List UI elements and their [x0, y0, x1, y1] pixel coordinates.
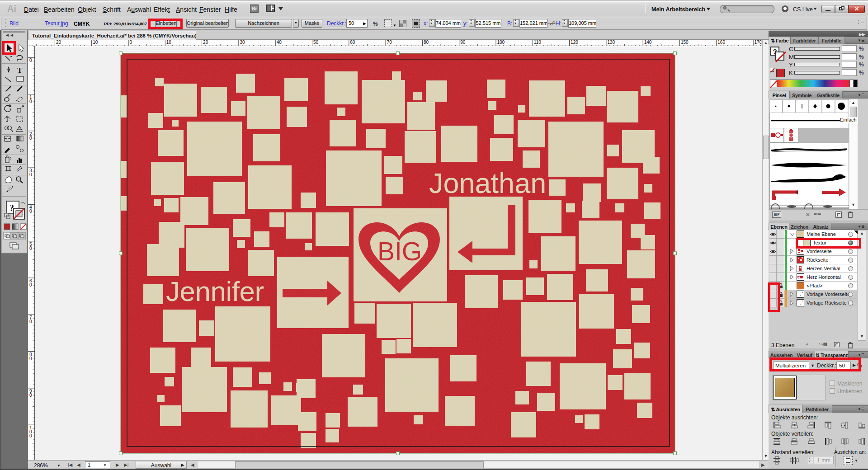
svg-text:0: 0 — [29, 209, 32, 214]
svg-text:10: 10 — [93, 40, 98, 45]
svg-text:0: 0 — [130, 40, 132, 45]
svg-text:90: 90 — [460, 40, 466, 45]
svg-text:0: 0 — [29, 136, 32, 141]
svg-text:20: 20 — [56, 40, 61, 45]
svg-text:100: 100 — [497, 40, 505, 45]
svg-text:60: 60 — [350, 40, 355, 45]
svg-text:160: 160 — [717, 40, 725, 45]
svg-text:70: 70 — [387, 40, 392, 45]
svg-text:120: 120 — [571, 40, 578, 45]
svg-text:0: 0 — [29, 433, 32, 438]
svg-text:10: 10 — [166, 40, 172, 45]
svg-text:0: 0 — [29, 319, 32, 324]
svg-text:50: 50 — [313, 40, 319, 45]
svg-text:110: 110 — [534, 40, 541, 45]
svg-text:T: T — [17, 66, 23, 75]
svg-text:30: 30 — [240, 40, 245, 45]
svg-text:0: 0 — [29, 58, 32, 63]
svg-text:140: 140 — [644, 40, 652, 45]
svg-text:150: 150 — [681, 40, 689, 45]
svg-text:40: 40 — [277, 40, 282, 45]
svg-text:0: 0 — [29, 99, 32, 104]
svg-text:0: 0 — [29, 172, 32, 177]
svg-text:0: 0 — [29, 393, 32, 398]
svg-text:130: 130 — [607, 40, 615, 45]
svg-text:80: 80 — [424, 40, 429, 45]
svg-text:0: 0 — [29, 282, 32, 287]
svg-text:170: 170 — [755, 40, 761, 45]
svg-text:20: 20 — [203, 40, 208, 45]
svg-text:◄◄: ◄◄ — [5, 33, 14, 38]
svg-text:0: 0 — [29, 356, 32, 361]
svg-text:0: 0 — [29, 246, 32, 251]
